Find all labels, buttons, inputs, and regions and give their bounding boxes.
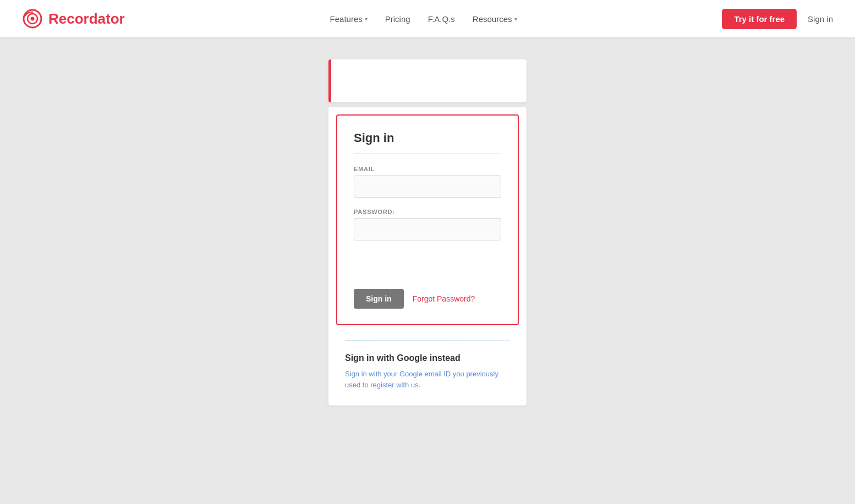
password-form-group: PASSWORD: (354, 209, 501, 240)
nav-item-features: Features ▾ (330, 14, 368, 24)
signin-title: Sign in (354, 131, 501, 154)
nav-signin-link[interactable]: Sign in (808, 14, 833, 24)
brand-name: Recordator (48, 10, 125, 28)
features-dropdown-arrow-icon: ▾ (365, 16, 368, 22)
google-signin-title: Sign in with Google instead (345, 353, 510, 363)
nav-item-resources: Resources ▾ (473, 14, 517, 24)
forgot-password-link[interactable]: Forgot Password? (413, 294, 475, 303)
google-signin-section: Sign in with Google instead Sign in with… (328, 333, 527, 406)
svg-point-2 (31, 17, 35, 21)
nav-item-faqs: F.A.Q.s (428, 14, 455, 24)
try-free-button[interactable]: Try it for free (722, 9, 797, 29)
nav-pricing-link[interactable]: Pricing (385, 14, 410, 24)
main-content: Sign in EMAIL PASSWORD: Sign in Forgot P… (0, 37, 855, 439)
divider (345, 341, 510, 341)
google-description-email: you (453, 370, 464, 378)
brand-logo-icon (22, 8, 43, 29)
email-input[interactable] (354, 176, 501, 198)
signin-card: Sign in EMAIL PASSWORD: Sign in Forgot P… (328, 107, 527, 406)
form-spacer (354, 251, 501, 284)
resources-dropdown-arrow-icon: ▾ (514, 16, 517, 22)
top-banner-card (328, 59, 527, 102)
nav-resources-link[interactable]: Resources ▾ (473, 14, 517, 24)
signin-button[interactable]: Sign in (354, 289, 404, 309)
google-description-text1: Sign in with your Google email ID (345, 370, 453, 378)
google-signin-description: Sign in with your Google email ID you pr… (345, 369, 510, 390)
signin-form-section: Sign in EMAIL PASSWORD: Sign in Forgot P… (336, 114, 519, 325)
nav-features-link[interactable]: Features ▾ (330, 14, 368, 24)
email-label: EMAIL (354, 166, 501, 172)
brand-logo-link[interactable]: Recordator (22, 8, 125, 29)
nav-item-pricing: Pricing (385, 14, 410, 24)
password-input[interactable] (354, 218, 501, 240)
password-label: PASSWORD: (354, 209, 501, 215)
nav-faqs-link[interactable]: F.A.Q.s (428, 14, 455, 24)
navbar-actions: Try it for free Sign in (722, 9, 833, 29)
navbar: Recordator Features ▾ Pricing F.A.Q.s Re… (0, 0, 855, 37)
form-actions: Sign in Forgot Password? (354, 289, 501, 309)
main-nav: Features ▾ Pricing F.A.Q.s Resources ▾ (330, 14, 517, 24)
email-form-group: EMAIL (354, 166, 501, 198)
